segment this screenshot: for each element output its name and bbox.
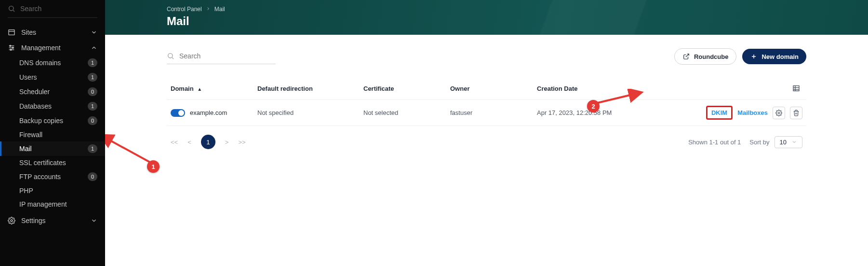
domain-table: Domain ▲ Default redirection Certificate… <box>167 77 806 126</box>
sidebar-item-ftp-accounts[interactable]: FTP accounts 0 <box>0 169 105 184</box>
sidebar: Search Sites Management DNS domains 1 Us… <box>0 0 105 266</box>
page-header: Control Panel Mail Mail <box>105 0 868 35</box>
chevron-down-icon <box>91 29 97 36</box>
count-badge: 0 <box>88 116 97 125</box>
svg-point-7 <box>10 45 11 47</box>
breadcrumb-root[interactable]: Control Panel <box>167 6 202 13</box>
table-view-icon[interactable] <box>790 82 802 95</box>
page-next[interactable]: > <box>225 139 229 146</box>
cell-creation-date: Apr 17, 2023, 12:20:58 PM <box>537 109 643 116</box>
page-size-value: 10 <box>780 139 787 146</box>
sidebar-item-label: Users <box>19 73 84 81</box>
page-title: Mail <box>167 14 868 28</box>
nav-management[interactable]: Management <box>0 40 105 56</box>
main-search[interactable] <box>167 49 276 63</box>
nav-settings-label: Settings <box>21 217 85 224</box>
sidebar-item-firewall[interactable]: Firewall <box>0 128 105 141</box>
domain-toggle[interactable] <box>171 109 185 117</box>
settings-button[interactable] <box>773 107 785 119</box>
sidebar-item-mail[interactable]: Mail 1 <box>0 141 105 156</box>
table-footer: << < 1 > >> Shown 1-1 out of 1 Sort by 1… <box>167 126 806 149</box>
th-certificate[interactable]: Certificate <box>363 85 450 92</box>
sidebar-item-label: Firewall <box>19 131 97 139</box>
sidebar-item-ssl-certificates[interactable]: SSL certificates <box>0 156 105 169</box>
sidebar-item-php[interactable]: PHP <box>0 184 105 197</box>
search-icon <box>167 52 174 60</box>
external-link-icon <box>682 53 690 60</box>
th-domain-label: Domain <box>171 85 194 92</box>
shown-count: Shown 1-1 out of 1 <box>688 139 741 146</box>
window-icon <box>8 28 15 36</box>
svg-line-1 <box>13 10 14 12</box>
pagination: << < 1 > >> <box>171 135 246 149</box>
sidebar-search[interactable]: Search <box>8 5 97 13</box>
nav-settings[interactable]: Settings <box>0 213 105 228</box>
roundcube-label: Roundcube <box>694 53 729 60</box>
svg-point-0 <box>9 6 13 11</box>
svg-line-22 <box>108 140 151 163</box>
svg-rect-2 <box>9 30 14 35</box>
count-badge: 0 <box>88 172 97 181</box>
chevron-up-icon <box>91 44 97 51</box>
new-domain-button[interactable]: New domain <box>742 49 806 64</box>
main-area: Control Panel Mail Mail <box>105 0 868 266</box>
sidebar-item-dns-domains[interactable]: DNS domains 1 <box>0 56 105 70</box>
roundcube-button[interactable]: Roundcube <box>674 48 737 65</box>
page-prev[interactable]: < <box>187 139 191 146</box>
nav-management-label: Management <box>21 44 85 52</box>
sidebar-item-databases[interactable]: Databases 1 <box>0 99 105 113</box>
count-badge: 1 <box>88 102 97 111</box>
count-badge: 1 <box>88 58 97 67</box>
svg-rect-16 <box>793 86 799 91</box>
sidebar-item-label: Mail <box>19 145 84 153</box>
cell-domain[interactable]: example.com <box>190 109 227 116</box>
count-badge: 1 <box>88 73 97 82</box>
table-row: example.com Not specified Not selected f… <box>167 100 806 126</box>
annotation-arrow-1 <box>105 134 160 168</box>
sidebar-item-label: Scheduler <box>19 88 84 96</box>
new-domain-label: New domain <box>761 53 799 60</box>
breadcrumb: Control Panel Mail <box>167 6 868 13</box>
sidebar-item-ip-management[interactable]: IP management <box>0 197 105 211</box>
th-domain[interactable]: Domain ▲ <box>171 85 257 92</box>
sidebar-item-label: IP management <box>19 200 97 208</box>
page-first[interactable]: << <box>171 139 178 146</box>
sidebar-item-backup-copies[interactable]: Backup copies 0 <box>0 113 105 128</box>
cell-certificate: Not selected <box>363 109 450 116</box>
plus-icon <box>750 53 758 60</box>
search-icon <box>8 5 15 13</box>
sidebar-item-label: FTP accounts <box>19 173 84 181</box>
svg-line-13 <box>686 54 689 57</box>
chevron-right-icon <box>206 6 211 13</box>
delete-button[interactable] <box>790 107 802 119</box>
svg-line-12 <box>172 57 174 59</box>
nav-sites[interactable]: Sites <box>0 25 105 40</box>
svg-point-9 <box>10 49 12 51</box>
nav-sites-label: Sites <box>21 28 85 36</box>
mailboxes-link[interactable]: Mailboxes <box>737 109 768 116</box>
sidebar-item-users[interactable]: Users 1 <box>0 70 105 84</box>
chevron-down-icon <box>91 217 97 224</box>
th-redirection[interactable]: Default redirection <box>257 85 363 92</box>
th-owner[interactable]: Owner <box>450 85 537 92</box>
svg-point-11 <box>168 53 173 57</box>
annotation-marker-1: 1 <box>147 160 160 173</box>
th-creation-date[interactable]: Creation Date <box>537 85 643 92</box>
page-last[interactable]: >> <box>238 139 245 146</box>
cell-redirection: Not specified <box>257 109 363 116</box>
count-badge: 1 <box>88 144 97 153</box>
toolbar: Roundcube New domain <box>167 48 806 65</box>
cell-owner: fastuser <box>450 109 537 116</box>
dkim-link[interactable]: DKIM <box>706 106 733 120</box>
search-input[interactable] <box>179 49 276 63</box>
page-size-select[interactable]: 10 <box>775 136 802 148</box>
sort-ascending-icon: ▲ <box>197 86 202 92</box>
svg-point-8 <box>12 47 13 49</box>
sidebar-item-label: SSL certificates <box>19 159 97 167</box>
sort-by-label: Sort by <box>749 139 769 146</box>
page-current[interactable]: 1 <box>201 135 215 149</box>
sidebar-item-label: Databases <box>19 102 84 110</box>
sidebar-item-scheduler[interactable]: Scheduler 0 <box>0 84 105 99</box>
chevron-down-icon <box>791 139 797 145</box>
sidebar-item-label: DNS domains <box>19 59 84 67</box>
